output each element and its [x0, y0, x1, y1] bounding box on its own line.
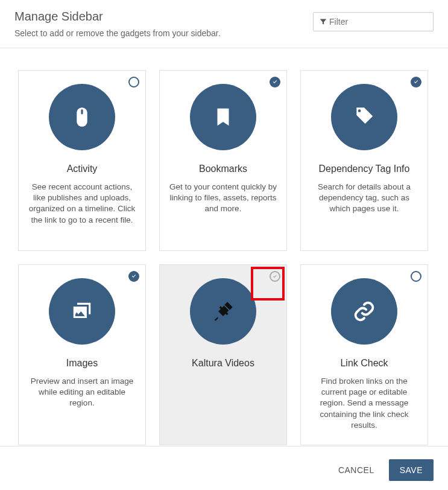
selected-badge-icon[interactable]: [128, 271, 139, 282]
filter-input[interactable]: [329, 17, 435, 27]
images-icon: [49, 278, 115, 345]
gadget-grid: ActivitySee recent account actions, like…: [18, 70, 430, 445]
gadget-description: See recent account actions, like publish…: [27, 182, 137, 226]
gadget-title: Activity: [27, 164, 137, 174]
tag-icon: [331, 84, 397, 150]
save-button[interactable]: SAVE: [389, 459, 434, 481]
filter-container[interactable]: [313, 12, 434, 31]
bookmark-icon: [190, 84, 256, 150]
gadget-description: Find broken links on the current page or…: [309, 376, 419, 431]
unselected-badge-icon[interactable]: [411, 271, 421, 282]
gadget-scroll-area[interactable]: ActivitySee recent account actions, like…: [0, 48, 448, 447]
gadget-description: Preview and insert an image while editin…: [27, 376, 137, 409]
gadget-title: Bookmarks: [168, 164, 278, 174]
link-icon: [331, 278, 397, 345]
gadget-card[interactable]: Link CheckFind broken links on the curre…: [300, 264, 428, 445]
mouse-icon: [49, 84, 115, 150]
gadget-title: Images: [27, 358, 137, 369]
dialog-footer: CANCEL SAVE: [0, 450, 448, 490]
cancel-button[interactable]: CANCEL: [336, 459, 377, 481]
gadget-description: Get to your content quickly by linking t…: [168, 182, 278, 215]
gadget-description: Search for details about a dependency ta…: [309, 182, 419, 215]
select-badge-hover-icon[interactable]: [270, 271, 280, 282]
dialog-header: Manage Sidebar Select to add or remove t…: [0, 0, 448, 48]
gadget-card[interactable]: Kaltura Videos: [159, 264, 287, 445]
plug-icon: [190, 278, 256, 345]
page-title: Manage Sidebar: [14, 10, 313, 24]
gadget-card[interactable]: BookmarksGet to your content quickly by …: [159, 70, 287, 251]
gadget-card[interactable]: ActivitySee recent account actions, like…: [18, 70, 146, 251]
selected-badge-icon[interactable]: [411, 77, 421, 88]
gadget-title: Link Check: [309, 358, 419, 369]
tutorial-highlight: [251, 267, 285, 301]
gadget-card[interactable]: Dependency Tag InfoSearch for details ab…: [300, 70, 428, 251]
selected-badge-icon[interactable]: [270, 77, 280, 88]
gadget-title: Kaltura Videos: [168, 358, 278, 369]
page-subtitle: Select to add or remove the gadgets from…: [14, 28, 313, 38]
filter-icon: [320, 18, 327, 25]
unselected-badge-icon[interactable]: [128, 77, 139, 88]
gadget-title: Dependency Tag Info: [309, 164, 419, 174]
gadget-card[interactable]: ImagesPreview and insert an image while …: [18, 264, 146, 445]
